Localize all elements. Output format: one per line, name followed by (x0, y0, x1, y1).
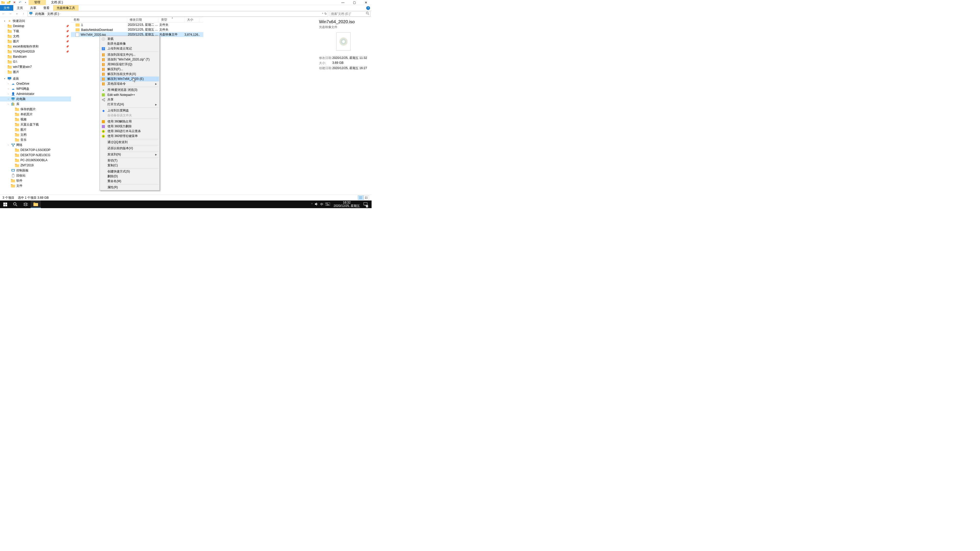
sidebar-item[interactable]: ›库 (0, 102, 71, 106)
context-menu-item[interactable]: 通过QQ发送到 (100, 140, 159, 144)
context-menu-item[interactable]: 添加到 "Win7x64_2020.zip" (T) (100, 57, 159, 62)
breadcrumb-sep[interactable]: › (45, 13, 46, 15)
taskbar-clock[interactable]: 16:32 2020/12/25, 星期五 (332, 201, 361, 208)
tab-share[interactable]: 共享 (27, 5, 40, 11)
context-menu-item[interactable]: ◆上传到百度网盘 (100, 108, 159, 113)
delete-icon[interactable]: ✕ (12, 0, 16, 5)
breadcrumb-drive[interactable]: 文档 (E:) (47, 12, 60, 16)
context-menu-item[interactable]: 复制(C) (100, 163, 159, 168)
context-menu-item[interactable]: 使用 360强力删除 (100, 124, 159, 129)
context-menu-item[interactable]: 使用 360进行木马云查杀 (100, 129, 159, 134)
context-menu-item[interactable]: 发送到(N)▶ (100, 152, 159, 157)
sidebar-item[interactable]: Bandicam (0, 54, 71, 59)
search-icon[interactable] (366, 12, 369, 16)
tab-home[interactable]: 主页 (13, 5, 27, 11)
sidebar-item[interactable]: 天翼云盘下载 (0, 122, 71, 127)
context-menu-item[interactable]: 解压到当前文件夹(X) (100, 72, 159, 76)
context-menu-item[interactable]: Edit with Notepad++ (100, 92, 159, 97)
column-name[interactable]: 名称 (71, 17, 127, 22)
context-menu-item[interactable]: 其他压缩命令▶ (100, 81, 159, 86)
sidebar-item[interactable]: 音乐 (0, 137, 71, 142)
sidebar-item[interactable]: 下载📌 (0, 29, 71, 34)
context-menu-item[interactable]: 打开方式(H)▶ (100, 102, 159, 107)
keyboard-icon[interactable] (325, 203, 330, 206)
notification-icon[interactable]: 3 (363, 202, 368, 207)
tree-desktop-root[interactable]: ▾ 桌面 (0, 76, 71, 81)
context-menu-item[interactable]: 属性(R) (100, 185, 159, 190)
breadcrumb-sep[interactable]: › (60, 13, 61, 15)
sidebar-item[interactable]: 文档 (0, 132, 71, 137)
sidebar-item[interactable]: 文档📌 (0, 34, 71, 39)
context-menu-item[interactable]: 创建快捷方式(S) (100, 169, 159, 174)
minimize-button[interactable]: — (337, 0, 348, 5)
sidebar-item[interactable]: 图片 (0, 127, 71, 132)
search-input[interactable]: 搜索"文档 (E:)" (330, 11, 371, 17)
sidebar-item[interactable]: 图片📌 (0, 39, 71, 44)
file-row[interactable]: BaiduNetdiskDownload2020/12/25, 星期五 1...… (71, 27, 204, 32)
context-menu-item[interactable]: 上传到有道云笔记 (100, 46, 159, 51)
sidebar-item[interactable]: 文件 (0, 183, 71, 188)
ime-indicator[interactable]: 中 (320, 202, 323, 206)
context-menu-item[interactable]: 剪切(T) (100, 158, 159, 163)
context-menu-item[interactable]: 刻录光盘映像 (100, 41, 159, 46)
task-view-button[interactable] (21, 200, 30, 208)
context-menu-item[interactable]: 还原以前的版本(V) (100, 146, 159, 151)
sidebar-item[interactable]: G:\ (0, 59, 71, 64)
sidebar-item[interactable]: ›网络 (0, 142, 71, 148)
context-menu-item[interactable]: 装载 (100, 37, 159, 41)
sidebar-item[interactable]: 保存的图片 (0, 106, 71, 112)
breadcrumb-sep[interactable]: › (33, 13, 34, 15)
tab-view[interactable]: 查看 (40, 5, 53, 11)
sidebar-item[interactable]: ›此电脑 (0, 97, 71, 102)
context-menu-item[interactable]: 添加到压缩文件(A)... (100, 52, 159, 57)
undo-icon[interactable]: ↶ (18, 0, 22, 5)
tree-quick-access[interactable]: ▾ ★ 快速访问 (0, 18, 71, 24)
back-button[interactable]: ← (1, 11, 6, 16)
sidebar-item[interactable]: 本机照片 (0, 112, 71, 117)
close-button[interactable]: ✕ (360, 0, 372, 5)
help-button[interactable]: ? (366, 6, 370, 10)
breadcrumb[interactable]: › 此电脑 › 文档 (E:) › ▾ ↻ (27, 11, 328, 17)
sidebar-item[interactable]: ZMT2019 (0, 163, 71, 168)
sidebar-item[interactable]: excel表格制作求和📌 (0, 44, 71, 49)
maximize-button[interactable]: ▢ (348, 0, 360, 5)
sidebar-item[interactable]: Desktop📌 (0, 24, 71, 29)
history-dropdown[interactable]: ▾ (14, 11, 19, 16)
sidebar-item[interactable]: 控制面板 (0, 168, 71, 173)
context-menu-item[interactable]: 重命名(M) (100, 179, 159, 184)
sidebar-item[interactable]: DESKTOP-NJEU3CG (0, 152, 71, 158)
sidebar-item[interactable]: DESKTOP-LSSOEDP (0, 148, 71, 152)
explorer-taskbar-button[interactable] (30, 200, 41, 208)
sidebar-item[interactable]: win7重装win7 (0, 64, 71, 69)
tab-iso-tools[interactable]: 光盘映像工具 (53, 5, 79, 11)
sidebar-item[interactable]: 回收站 (0, 173, 71, 178)
context-menu-item[interactable]: 删除(D) (100, 174, 159, 179)
view-icons-button[interactable] (363, 195, 369, 200)
column-date[interactable]: 修改日期 (127, 17, 159, 22)
context-menu-item[interactable]: 使用 360解除占用 (100, 119, 159, 124)
context-menu-item[interactable]: 解压到 Win7x64_2020\ (E) (100, 76, 159, 81)
context-menu-item[interactable]: ●用 蜂蜜浏览器 浏览(3) (100, 87, 159, 92)
address-dropdown-icon[interactable]: ▾ (322, 12, 323, 16)
context-menu-item[interactable]: 使用 360管理右键菜单 (100, 134, 159, 138)
sidebar-item[interactable]: PC-20190530OBLA (0, 158, 71, 163)
new-folder-icon[interactable]: + (6, 0, 11, 5)
refresh-button[interactable]: ↻ (325, 12, 327, 16)
sidebar-item[interactable]: ›☁OneDrive (0, 81, 71, 86)
tray-up-icon[interactable]: ˄ (311, 203, 313, 206)
sidebar-item[interactable]: ›☁WPS网盘 (0, 86, 71, 91)
view-details-button[interactable] (358, 195, 363, 200)
context-menu-item[interactable]: 共享 (100, 97, 159, 102)
tab-file[interactable]: 文件 (0, 5, 13, 11)
file-row[interactable]: 12020/12/15, 星期二 1...文件夹 (71, 22, 204, 27)
up-button[interactable]: ↑ (21, 11, 26, 16)
column-type[interactable]: 类型 (159, 17, 185, 22)
qat-dropdown-icon[interactable]: ▾ (24, 0, 27, 5)
sidebar-item[interactable]: 软件 (0, 178, 71, 183)
breadcrumb-thispc[interactable]: 此电脑 (35, 12, 45, 16)
sidebar-item[interactable]: YUNQISHI2019📌 (0, 49, 71, 54)
sidebar-item[interactable]: ›👤Administrator (0, 91, 71, 97)
column-size[interactable]: 大小 (185, 17, 200, 22)
start-button[interactable] (0, 200, 10, 208)
forward-button[interactable]: → (8, 11, 13, 16)
